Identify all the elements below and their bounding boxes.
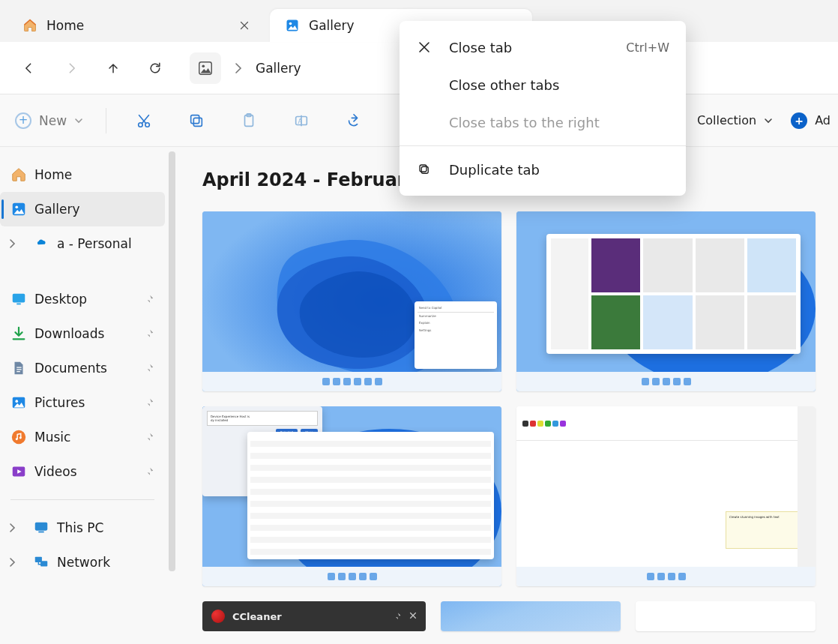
- nav-label: Downloads: [34, 326, 104, 341]
- svg-rect-25: [40, 561, 47, 566]
- downloads-icon: [10, 325, 27, 342]
- svg-rect-22: [35, 523, 48, 531]
- separator: [10, 499, 154, 500]
- breadcrumb[interactable]: Gallery: [178, 52, 313, 85]
- svg-rect-15: [16, 304, 21, 305]
- gallery-thumbnail[interactable]: Device Experience Host isdy installed Re…: [202, 406, 501, 586]
- nav-downloads[interactable]: Downloads: [0, 316, 165, 351]
- nav-network[interactable]: Network: [0, 545, 165, 580]
- nav-label: This PC: [57, 520, 103, 535]
- menu-close-tab[interactable]: Close tab Ctrl+W: [400, 28, 686, 66]
- nav-gallery[interactable]: Gallery: [0, 192, 165, 226]
- ccleaner-icon: [211, 610, 225, 623]
- forward-button[interactable]: [52, 49, 90, 87]
- music-icon: [10, 429, 27, 445]
- chevron-right-icon[interactable]: [235, 63, 242, 73]
- body: Home Gallery a - Personal Desktop: [0, 147, 838, 644]
- nav-music[interactable]: Music: [0, 420, 165, 454]
- rename-button[interactable]: A: [286, 106, 316, 136]
- nav-onedrive[interactable]: a - Personal: [0, 226, 165, 261]
- gallery-thumbnail[interactable]: Send to Copilot Summarize Explain Settin…: [202, 211, 501, 391]
- nav-label: a - Personal: [57, 236, 132, 251]
- pin-icon[interactable]: [144, 466, 154, 477]
- menu-label: Close tabs to the right: [449, 115, 600, 130]
- home-icon: [10, 166, 27, 183]
- nav-documents[interactable]: Documents: [0, 351, 165, 385]
- menu-shortcut: Ctrl+W: [626, 40, 669, 55]
- nav-home[interactable]: Home: [0, 157, 165, 192]
- add-to-button[interactable]: + Ad: [791, 112, 831, 129]
- onedrive-icon: [33, 235, 49, 252]
- svg-rect-32: [420, 165, 426, 172]
- menu-duplicate-tab[interactable]: Duplicate tab: [400, 151, 686, 188]
- tab-home[interactable]: Home: [7, 9, 270, 42]
- window-controls: [393, 612, 417, 621]
- videos-icon: [10, 463, 27, 480]
- nav-label: Desktop: [34, 292, 87, 307]
- desktop-icon: [10, 291, 27, 307]
- svg-point-19: [16, 438, 18, 440]
- gallery-thumbnail[interactable]: [516, 211, 816, 391]
- separator: [400, 145, 686, 146]
- menu-close-other[interactable]: Close other tabs: [400, 66, 686, 103]
- chevron-right-icon[interactable]: [9, 523, 16, 532]
- svg-text:A: A: [298, 117, 303, 124]
- nav-videos[interactable]: Videos: [0, 454, 165, 489]
- chevron-right-icon[interactable]: [9, 239, 16, 248]
- svg-rect-14: [13, 294, 25, 303]
- nav-this-pc[interactable]: This PC: [0, 511, 165, 545]
- collection-dropdown[interactable]: Collection: [697, 113, 773, 127]
- svg-point-13: [15, 205, 18, 208]
- chevron-down-icon: [74, 116, 83, 125]
- svg-rect-7: [191, 115, 199, 123]
- network-icon: [33, 554, 49, 571]
- breadcrumb-current[interactable]: Gallery: [256, 61, 301, 76]
- svg-rect-23: [38, 532, 43, 533]
- tab-context-menu: Close tab Ctrl+W Close other tabs Close …: [400, 21, 686, 196]
- chevron-right-icon[interactable]: [9, 558, 16, 567]
- duplicate-icon: [416, 163, 432, 176]
- refresh-button[interactable]: [136, 49, 174, 87]
- add-icon: +: [791, 112, 807, 129]
- pin-icon[interactable]: [144, 363, 154, 373]
- gallery-icon: [10, 201, 27, 217]
- svg-rect-31: [421, 166, 428, 173]
- taskbar: [202, 372, 501, 391]
- gallery-thumbnail[interactable]: CCleaner: [202, 601, 426, 631]
- nav-label: Gallery: [34, 202, 80, 217]
- home-icon: [22, 18, 37, 33]
- share-button[interactable]: [339, 106, 369, 136]
- pin-icon[interactable]: [144, 294, 154, 304]
- nav-label: Home: [34, 167, 72, 182]
- gallery-thumbnail[interactable]: [441, 601, 621, 631]
- taskbar: [202, 567, 501, 586]
- nav-label: Pictures: [34, 395, 85, 410]
- menu-label: Duplicate tab: [449, 162, 540, 178]
- menu-label: Close other tabs: [449, 77, 559, 93]
- documents-icon: [10, 360, 27, 376]
- taskbar: [516, 372, 816, 391]
- new-label: New: [39, 113, 67, 128]
- paste-button[interactable]: [234, 106, 264, 136]
- pin-icon[interactable]: [144, 328, 154, 339]
- copy-button[interactable]: [181, 106, 211, 136]
- pin-icon[interactable]: [144, 397, 154, 408]
- gallery-thumbnail[interactable]: Create stunning images with text: [516, 406, 816, 586]
- gallery-thumbnail[interactable]: [636, 601, 816, 631]
- nav-label: Videos: [34, 464, 77, 479]
- nav-desktop[interactable]: Desktop: [0, 282, 165, 316]
- pin-icon[interactable]: [144, 432, 154, 442]
- svg-point-18: [12, 430, 25, 444]
- up-button[interactable]: [94, 49, 132, 87]
- svg-point-20: [19, 436, 22, 439]
- svg-point-17: [15, 400, 18, 403]
- navigation-pane: Home Gallery a - Personal Desktop: [0, 147, 165, 644]
- gallery-icon: [285, 18, 300, 33]
- close-icon[interactable]: [234, 15, 255, 36]
- menu-close-right: Close tabs to the right: [400, 103, 686, 141]
- back-button[interactable]: [10, 49, 48, 87]
- add-to-label: Ad: [815, 113, 831, 127]
- cut-button[interactable]: [129, 106, 159, 136]
- new-button[interactable]: + New: [15, 112, 83, 129]
- nav-pictures[interactable]: Pictures: [0, 385, 165, 420]
